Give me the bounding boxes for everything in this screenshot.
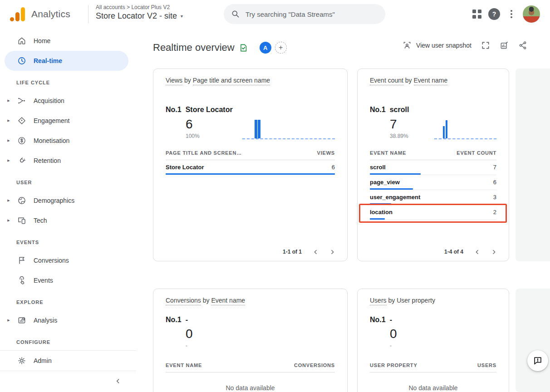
engagement-tag-icon (16, 115, 27, 126)
row-bar (166, 173, 335, 175)
expand-caret-icon: ▶ (6, 318, 11, 322)
help-icon[interactable]: ? (488, 8, 500, 20)
acquisition-icon (16, 95, 27, 106)
metric-selector[interactable]: Users (370, 297, 387, 305)
add-comparison-button[interactable]: + (275, 42, 287, 54)
feedback-button[interactable] (527, 350, 548, 371)
more-menu-icon[interactable] (507, 8, 516, 20)
sidebar-item-retention[interactable]: ▶ Retention (5, 151, 128, 171)
globe-icon (16, 195, 27, 206)
prev-page-icon[interactable] (313, 249, 319, 255)
row-bar (370, 203, 391, 205)
dimension-selector[interactable]: Event name (414, 77, 448, 85)
row-bar (370, 173, 421, 175)
home-icon (16, 35, 27, 46)
property-selector[interactable]: Store Locator V2 - site ▾ (96, 11, 183, 21)
metric-block: 0 - (390, 327, 397, 349)
card-title: Conversions by Event name (166, 297, 335, 304)
sidebar-item-home[interactable]: Home (5, 31, 128, 51)
header-actions: ? (472, 0, 540, 28)
next-page-icon[interactable] (329, 249, 335, 255)
devices-icon (16, 215, 27, 226)
metric-selector[interactable]: Conversions (166, 297, 201, 305)
search-bar[interactable] (224, 4, 385, 24)
share-icon[interactable] (518, 41, 527, 50)
clock-icon (16, 55, 27, 66)
sidebar-section-events: EVENTS (16, 240, 128, 246)
sidebar-item-monetisation[interactable]: ▶ Monetisation (5, 131, 128, 151)
sidebar-item-real-time[interactable]: Real-time (5, 51, 128, 71)
table-header: PAGE TITLE AND SCREEN…VIEWS (166, 150, 335, 160)
top-rank: No.1scroll (370, 106, 496, 114)
pagination: 1-1 of 1 (283, 249, 335, 255)
header-divider (88, 5, 88, 23)
row-bar (370, 218, 385, 220)
metric-block: 7 38.89% (390, 117, 408, 139)
metric-share: 38.89% (390, 133, 408, 139)
table-row: Store Locator 6 (166, 160, 335, 175)
expand-caret-icon: ▶ (6, 199, 11, 202)
pagination: 1-4 of 4 (444, 249, 497, 255)
gear-icon (16, 355, 27, 366)
table-row: scroll 7 (370, 160, 496, 175)
metric-value: 6 (186, 117, 200, 132)
app-header: Analytics All accounts > Locator Plus V2… (0, 0, 550, 28)
apps-grid-icon[interactable] (472, 10, 481, 19)
top-rank: No.1- (166, 316, 335, 324)
edit-report-icon[interactable] (500, 41, 509, 50)
chevron-down-icon: ▾ (181, 14, 183, 19)
retention-magnet-icon (16, 155, 27, 166)
breadcrumb: All accounts > Locator Plus V2 Store Loc… (96, 4, 183, 21)
metric-block: 6 100% (186, 117, 200, 139)
partial-next-card (516, 289, 550, 392)
metric-value: 7 (390, 117, 408, 132)
sidebar-item-admin[interactable]: Admin (5, 351, 128, 371)
page-actions: View user snapshot (403, 41, 527, 50)
feedback-bubble-icon (533, 356, 543, 366)
sidebar-item-demographics[interactable]: ▶ Demographics (5, 191, 128, 211)
breadcrumb-path[interactable]: All accounts > Locator Plus V2 (96, 4, 183, 10)
analytics-logo-icon (10, 7, 25, 21)
sidebar-item-tech[interactable]: ▶ Tech (5, 211, 128, 230)
search-input[interactable] (246, 10, 373, 18)
sidebar-collapse-icon[interactable] (114, 377, 122, 385)
user-snapshot-icon (403, 41, 412, 50)
dimension-selector[interactable]: Event name (211, 297, 245, 305)
sidebar-item-events[interactable]: Events (5, 270, 128, 290)
metric-share: 100% (186, 133, 200, 139)
metric-selector[interactable]: Event count (370, 77, 403, 85)
sidebar-item-acquisition[interactable]: ▶ Acquisition (5, 91, 128, 111)
table-row-location-highlighted: location 2 (370, 205, 496, 220)
sidebar-item-engagement[interactable]: ▶ Engagement (5, 111, 128, 131)
expand-caret-icon: ▶ (6, 119, 11, 122)
fullscreen-icon[interactable] (481, 41, 490, 50)
row-bar (370, 188, 413, 190)
expand-caret-icon: ▶ (6, 139, 11, 142)
prev-page-icon[interactable] (474, 249, 480, 255)
metric-share: - (186, 343, 193, 349)
search-icon (231, 10, 240, 19)
report-valid-icon[interactable] (239, 44, 248, 52)
empty-state-text: No data available (370, 384, 496, 392)
metric-block: 0 - (186, 327, 193, 349)
comparison-badge-a[interactable]: A (260, 42, 271, 54)
empty-state-text: No data available (166, 384, 335, 392)
view-user-snapshot-button[interactable]: View user snapshot (403, 41, 471, 50)
card-title: Views by Page title and screen name (166, 77, 335, 84)
analysis-chart-icon (16, 315, 27, 326)
metric-selector[interactable]: Views (166, 77, 182, 85)
brand: Analytics (10, 0, 70, 28)
sparkline-chart (242, 117, 335, 139)
dimension-selector[interactable]: Page title and screen name (193, 77, 270, 85)
top-rank: No.1Store Locator (166, 106, 335, 114)
expand-caret-icon: ▶ (6, 99, 11, 103)
next-page-icon[interactable] (491, 249, 497, 255)
dimension-selector[interactable]: User property (397, 297, 435, 304)
table-row: user_engagement 3 (370, 190, 496, 205)
sidebar-section-configure: CONFIGURE (16, 339, 128, 346)
sidebar-section-user: USER (16, 180, 128, 186)
table-row: page_view 6 (370, 175, 496, 190)
sidebar-item-analysis[interactable]: ▶ Analysis (5, 310, 128, 330)
sidebar-item-conversions[interactable]: Conversions (5, 250, 128, 270)
user-avatar[interactable] (523, 5, 540, 23)
